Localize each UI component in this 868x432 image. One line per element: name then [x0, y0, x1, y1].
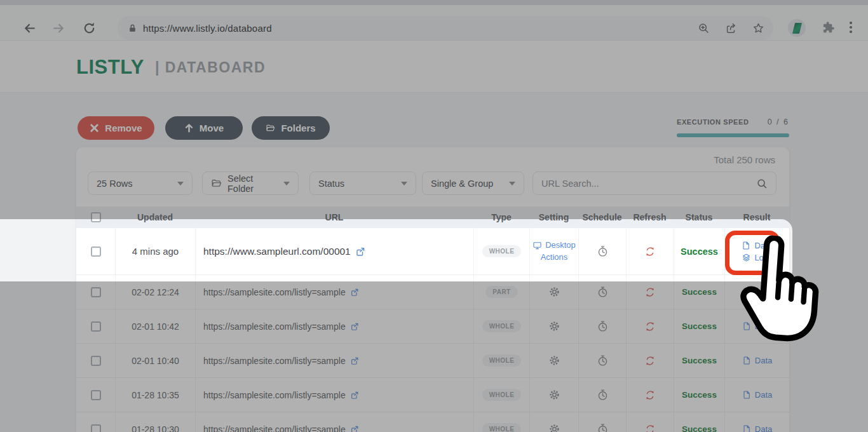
listly-logo[interactable]: LISTLY [76, 56, 144, 79]
refresh-icon[interactable] [644, 321, 656, 332]
status-select-value: Status [318, 179, 395, 189]
select-all-checkbox[interactable] [91, 212, 101, 222]
share-icon[interactable] [725, 22, 737, 34]
external-link-icon[interactable] [350, 288, 359, 297]
search-icon[interactable] [756, 178, 768, 189]
external-link-icon[interactable] [355, 246, 365, 257]
reload-button[interactable] [80, 19, 98, 37]
listly-extension-icon[interactable] [788, 19, 806, 37]
table-row-highlighted: 4 mins ago https://www.sampleurl.com/000… [76, 228, 789, 275]
type-badge: WHOLE [482, 320, 522, 332]
row-checkbox[interactable] [91, 424, 101, 432]
move-button[interactable]: Move [165, 116, 243, 140]
refresh-icon[interactable] [644, 424, 656, 432]
url-search-box[interactable] [532, 172, 776, 195]
refresh-icon[interactable] [644, 389, 656, 401]
move-label: Move [200, 123, 224, 133]
row-url[interactable]: https://samplesite.com/listly=sample [203, 390, 346, 400]
monitor-icon [532, 241, 542, 250]
chevron-down-icon [509, 182, 515, 186]
row-url[interactable]: https://samplesite.com/listly=sample [203, 287, 346, 297]
refresh-icon[interactable] [644, 246, 656, 257]
refresh-icon[interactable] [644, 287, 656, 298]
column-header-schedule[interactable]: Schedule [578, 206, 626, 228]
status-text: Success [682, 356, 717, 365]
type-badge: WHOLE [482, 245, 522, 257]
listly-blade-glyph [792, 23, 801, 34]
result-data-link[interactable]: Data [742, 287, 772, 297]
back-button[interactable] [20, 19, 38, 37]
external-link-icon[interactable] [350, 425, 359, 432]
execution-speed-widget: EXECUTION SPEED 0 / 6 [677, 118, 789, 137]
result-data-link[interactable]: Data [742, 390, 772, 400]
schedule-timer-icon[interactable] [597, 286, 609, 298]
schedule-timer-icon[interactable] [597, 389, 609, 401]
result-data-link[interactable]: Data [742, 424, 772, 432]
row-url[interactable]: https://samplesite.com/listly=sample [203, 424, 346, 432]
schedule-timer-icon[interactable] [597, 423, 609, 432]
row-checkbox[interactable] [91, 321, 101, 332]
data-doc-icon [742, 321, 752, 331]
chevron-down-icon [177, 182, 184, 186]
column-header-result[interactable]: Result [724, 206, 789, 228]
settings-gear-icon[interactable] [548, 423, 560, 432]
zoom-icon[interactable] [698, 22, 710, 34]
folders-button[interactable]: Folders [252, 116, 330, 140]
external-link-icon[interactable] [350, 391, 359, 400]
desktop-actions-link[interactable]: Desktop Actions [532, 240, 576, 264]
folder-select[interactable]: Select Folder [202, 172, 299, 195]
external-link-icon[interactable] [350, 322, 359, 331]
table-row: 02-01 10:42 https://samplesite.com/listl… [76, 309, 789, 344]
updated-text: 01-28 10:35 [132, 390, 179, 400]
address-url[interactable]: https://www.listly.io/databoard [143, 23, 272, 34]
row-checkbox[interactable] [91, 356, 101, 366]
schedule-timer-icon[interactable] [597, 245, 609, 257]
schedule-timer-icon[interactable] [597, 354, 609, 367]
row-url[interactable]: https://www.sampleurl.com/00001 [203, 246, 351, 257]
settings-gear-icon[interactable] [548, 389, 560, 401]
browser-menu-icon[interactable] [850, 22, 852, 33]
chevron-down-icon [401, 182, 407, 186]
row-url[interactable]: https://samplesite.com/listly=sample [203, 356, 346, 366]
column-header-refresh[interactable]: Refresh [626, 206, 674, 228]
address-bar[interactable]: https://www.listly.io/databoard [118, 16, 773, 40]
total-rows-label: Total 250 rows [714, 154, 775, 165]
column-header-setting[interactable]: Setting [529, 206, 578, 228]
table-header: Updated URL Type Setting Schedule Refres… [76, 206, 789, 228]
column-header-url[interactable]: URL [195, 206, 473, 228]
remove-button[interactable]: Remove [78, 116, 154, 140]
row-checkbox[interactable] [91, 390, 101, 400]
forward-button[interactable] [50, 19, 67, 37]
execution-speed-bar [677, 133, 789, 137]
column-header-type[interactable]: Type [473, 206, 529, 228]
settings-gear-icon[interactable] [548, 354, 560, 367]
lock-icon [128, 24, 137, 33]
row-url[interactable]: https://samplesite.com/listly=sample [203, 321, 346, 332]
execution-speed-label: EXECUTION SPEED [677, 118, 749, 126]
result-data-link[interactable]: Data [742, 321, 772, 331]
type-badge: PART [485, 286, 517, 298]
url-search-input[interactable] [541, 179, 756, 189]
status-text: Success [682, 287, 717, 297]
bookmark-star-icon[interactable] [752, 22, 764, 34]
row-checkbox[interactable] [91, 246, 101, 257]
page-title: | DATABOARD [155, 59, 266, 76]
back-arrow-icon [23, 22, 36, 35]
group-select[interactable]: Single & Group [422, 172, 524, 195]
status-select[interactable]: Status [309, 172, 416, 195]
settings-gear-icon[interactable] [548, 320, 560, 332]
result-data-link[interactable]: Data [742, 356, 772, 365]
settings-gear-icon[interactable] [548, 286, 560, 298]
column-header-status[interactable]: Status [674, 206, 724, 228]
result-logs-link[interactable]: Logs [742, 253, 772, 262]
row-checkbox[interactable] [91, 287, 101, 297]
status-text: Success [682, 321, 717, 331]
external-link-icon[interactable] [350, 356, 359, 365]
extensions-puzzle-icon[interactable] [822, 21, 835, 37]
refresh-icon[interactable] [644, 355, 656, 367]
schedule-timer-icon[interactable] [597, 320, 609, 332]
forward-arrow-icon [52, 22, 65, 35]
rows-per-page-select[interactable]: 25 Rows [88, 172, 193, 195]
result-data-link[interactable]: Data [742, 241, 771, 250]
column-header-updated[interactable]: Updated [115, 206, 195, 228]
